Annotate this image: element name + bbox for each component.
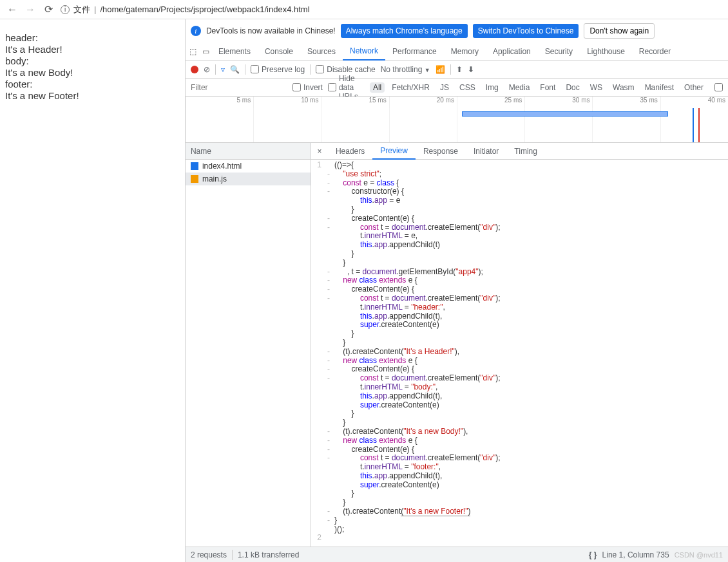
html-file-icon [191,162,198,170]
download-har-icon[interactable]: ⬇ [468,65,474,74]
infobar-message: DevTools is now available in Chinese! [206,26,336,35]
timeline-tick: 20 ms [389,97,457,108]
reload-icon[interactable]: ⟳ [43,3,54,15]
tab-elements[interactable]: Elements [211,42,258,61]
match-language-button[interactable]: Always match Chrome's language [341,24,468,38]
wifi-icon[interactable]: 📶 [436,65,445,74]
filter-pill-all[interactable]: All [370,82,385,93]
tab-recorder[interactable]: Recorder [632,42,678,61]
detail-tab-timing[interactable]: Timing [506,143,545,160]
tab-performance[interactable]: Performance [385,42,444,61]
filter-pill-doc[interactable]: Doc [562,82,582,93]
cursor-position: Line 1, Column 735 [602,550,669,559]
filter-pill-media[interactable]: Media [506,82,533,93]
page-line: It's a new Body! [5,67,180,79]
request-list-header[interactable]: Name [186,143,311,160]
close-detail-icon[interactable]: × [311,147,328,156]
url-bar[interactable]: i 文件 | /home/gateman/Projects/jsproject/… [61,4,722,15]
request-count: 2 requests [191,550,227,559]
timeline-tick: 5 ms [186,97,253,108]
locale-infobar: i DevTools is now available in Chinese! … [186,19,728,42]
preserve-log-checkbox[interactable]: Preserve log [251,65,305,74]
status-bar: 2 requests 1.1 kB transferred { } Line 1… [186,547,728,562]
filter-pill-other[interactable]: Other [681,82,707,93]
disable-cache-checkbox[interactable]: Disable cache [316,65,375,74]
filter-pill-wasm[interactable]: Wasm [609,82,638,93]
detail-tab-row: × HeadersPreviewResponseInitiatorTiming [311,143,728,160]
invert-checkbox[interactable]: Invert [292,83,323,92]
filter-pill-js[interactable]: JS [437,82,452,93]
request-name: main.js [202,174,227,183]
tab-sources[interactable]: Sources [300,42,343,61]
filter-toggle-icon[interactable]: ▿ [221,65,225,74]
inspect-icon[interactable]: ⬚ [186,47,198,56]
filter-input[interactable] [191,83,287,92]
tab-security[interactable]: Security [538,42,580,61]
info-icon: i [191,26,201,36]
tab-application[interactable]: Application [486,42,538,61]
clear-icon[interactable]: ⊘ [204,65,210,74]
timeline-tick: 35 ms [592,97,660,108]
timeline-tick: 10 ms [253,97,321,108]
tab-lighthouse[interactable]: Lighthouse [580,42,632,61]
page-line: It's a new Footer! [5,90,180,102]
request-row[interactable]: index4.html [186,160,311,173]
request-row[interactable]: main.js [186,173,311,185]
throttling-select[interactable]: No throttling ▼ [381,65,430,74]
upload-har-icon[interactable]: ⬆ [456,65,463,74]
page-line: It's a Header! [5,44,180,55]
watermark: CSDN @nvd11 [675,551,723,559]
network-toolbar: ⊘ ▿ 🔍 Preserve log Disable cache No thro… [186,61,728,79]
tab-console[interactable]: Console [258,42,300,61]
dismiss-button[interactable]: Don't show again [584,23,655,39]
url-path: /home/gateman/Projects/jsproject/webpack… [100,5,309,14]
preview-code[interactable]: 1(()=>{- "use strict";- const e = class … [311,160,728,547]
filter-pill-font[interactable]: Font [537,82,559,93]
transferred-size: 1.1 kB transferred [238,550,299,559]
filter-pill-css[interactable]: CSS [456,82,479,93]
url-scheme: 文件 [73,4,90,15]
filter-pill-manifest[interactable]: Manifest [642,82,677,93]
devtools-panel: i DevTools is now available in Chinese! … [185,19,728,562]
browser-bar: ← → ⟳ i 文件 | /home/gateman/Projects/jspr… [0,0,728,19]
back-icon[interactable]: ← [6,4,18,15]
page-line: body: [5,55,180,67]
record-icon[interactable] [191,66,198,73]
info-icon[interactable]: i [61,5,70,14]
timeline-bar [462,111,668,117]
forward-icon[interactable]: → [24,4,36,15]
filter-row: Invert Hide data URLs AllFetch/XHRJSCSSI… [186,79,728,97]
pretty-print-icon[interactable]: { } [589,550,597,559]
page-line: header: [5,32,180,44]
tab-network[interactable]: Network [343,42,385,61]
timeline-tick: 40 ms [660,97,728,108]
request-name: index4.html [202,162,242,171]
network-timeline[interactable]: 5 ms10 ms15 ms20 ms25 ms30 ms35 ms40 ms [186,97,728,143]
load-line [698,108,700,142]
rendered-page: header: It's a Header! body: It's a new … [0,19,185,562]
devtools-tabs: ⬚ ▭ ElementsConsoleSourcesNetworkPerform… [186,42,728,61]
detail-tab-preview[interactable]: Preview [372,143,416,160]
switch-language-button[interactable]: Switch DevTools to Chinese [473,24,579,38]
timeline-tick: 15 ms [321,97,388,108]
filter-pill-fetchxhr[interactable]: Fetch/XHR [388,82,433,93]
detail-tab-initiator[interactable]: Initiator [466,143,506,160]
detail-tab-headers[interactable]: Headers [328,143,372,160]
dom-content-line [693,108,694,142]
search-icon[interactable]: 🔍 [230,65,240,74]
timeline-tick: 25 ms [457,97,524,108]
extra-checkbox[interactable] [714,83,723,91]
js-file-icon [191,175,198,183]
detail-tab-response[interactable]: Response [416,143,466,160]
filter-pill-ws[interactable]: WS [587,82,606,93]
filter-pill-img[interactable]: Img [483,82,502,93]
request-detail: × HeadersPreviewResponseInitiatorTiming … [311,143,728,547]
timeline-tick: 30 ms [524,97,592,108]
request-list: Name index4.htmlmain.js [186,143,311,547]
device-toggle-icon[interactable]: ▭ [198,47,211,56]
tab-memory[interactable]: Memory [444,42,486,61]
page-line: footer: [5,79,180,90]
